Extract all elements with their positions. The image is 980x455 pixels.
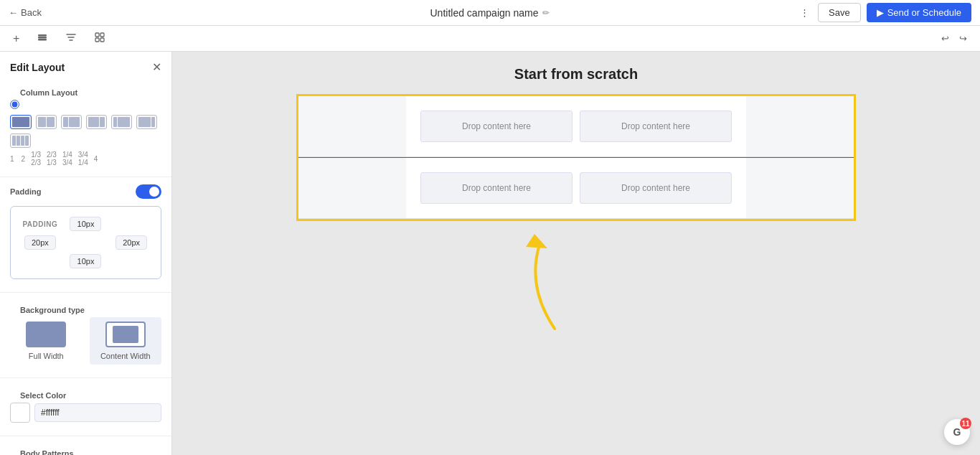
drop-zone-1-2[interactable]: Drop content here — [580, 111, 732, 142]
undo-redo-group: ↩ ↪ — [938, 30, 970, 47]
col-label-2-3: 2/31/3 — [47, 151, 57, 166]
notification-icon: G — [953, 426, 961, 438]
campaign-name: Untitled campaign name — [430, 7, 539, 19]
redo-button[interactable]: ↪ — [956, 30, 970, 47]
blocks-icon — [94, 32, 105, 45]
body-patterns-label: Body Patterns — [10, 444, 161, 455]
email-row-1: Drop content here Drop content here — [298, 96, 854, 157]
background-full-width-option[interactable]: Full Width — [10, 317, 83, 365]
back-arrow-icon: ← — [9, 7, 18, 18]
col-label-1: 1 — [10, 155, 14, 163]
col-label-3-4: 3/41/4 — [78, 151, 88, 166]
notification-badge[interactable]: G 11 — [944, 419, 970, 445]
row-1-left-side — [298, 96, 406, 156]
padding-box: PADDING 10px 20px 20px 10px — [10, 206, 161, 279]
more-options-button[interactable]: ⋮ — [797, 4, 812, 21]
header-left: ← Back — [9, 7, 42, 18]
col-label-1-4: 1/43/4 — [62, 151, 72, 166]
body-patterns-section: Body Patterns emailBuilder.selectAPatter… — [0, 441, 171, 455]
panel-title: Edit Layout — [10, 62, 65, 73]
row-1-right-side — [746, 96, 854, 156]
background-content-width-option[interactable]: Content Width — [90, 317, 162, 365]
column-option-2-3-1-3[interactable] — [86, 115, 107, 129]
svg-rect-3 — [95, 33, 99, 37]
drop-zone-1-2-label: Drop content here — [621, 121, 690, 131]
radio-row — [10, 100, 161, 109]
svg-rect-1 — [38, 37, 47, 39]
drop-zone-2-1[interactable]: Drop content here — [420, 172, 573, 204]
svg-rect-0 — [38, 34, 47, 37]
secondary-toolbar: + ↩ ↪ — [0, 26, 980, 52]
notification-count: 11 — [960, 418, 971, 429]
color-input-row: #ffffff — [10, 403, 161, 423]
edit-name-icon[interactable]: ✏ — [542, 8, 550, 18]
background-type-label: Background type — [10, 300, 161, 317]
padding-box-label: PADDING — [22, 220, 57, 228]
send-icon: ▶ — [877, 7, 884, 18]
back-button[interactable]: ← Back — [9, 7, 42, 18]
color-text-value[interactable]: #ffffff — [34, 403, 161, 422]
drop-zone-2-2-label: Drop content here — [621, 183, 690, 193]
drop-zone-2-2[interactable]: Drop content here — [580, 172, 732, 204]
svg-marker-7 — [526, 234, 547, 248]
full-width-swatch — [26, 322, 66, 347]
send-schedule-button[interactable]: ▶ Send or Schedule — [867, 3, 971, 22]
main-layout: Edit Layout ✕ Column Layout — [0, 52, 980, 455]
undo-button[interactable]: ↩ — [938, 30, 952, 47]
header-center: Untitled campaign name ✏ — [430, 7, 550, 19]
canvas-title: Start from scratch — [514, 66, 638, 83]
padding-left-value: 20px — [24, 235, 56, 250]
color-swatch[interactable] — [10, 403, 30, 423]
divider-4 — [0, 436, 171, 436]
svg-rect-2 — [38, 39, 47, 41]
row-2-right-side — [746, 158, 854, 218]
close-panel-button[interactable]: ✕ — [152, 60, 161, 74]
email-row-2: Drop content here Drop content here — [298, 157, 854, 219]
toggle-slider — [136, 184, 161, 199]
divider-3 — [0, 377, 171, 378]
padding-top-value: 10px — [70, 217, 101, 231]
filter-button[interactable] — [62, 29, 80, 48]
canvas-area: Start from scratch Drop content here Dro… — [172, 52, 980, 455]
arrow-annotation — [296, 221, 856, 350]
column-option-2[interactable] — [36, 115, 57, 129]
redo-icon: ↪ — [959, 33, 967, 44]
more-icon: ⋮ — [800, 7, 809, 18]
blocks-button[interactable] — [91, 29, 108, 48]
header: ← Back Untitled campaign name ✏ ⋮ Save ▶… — [0, 0, 980, 26]
arrow-svg — [483, 228, 626, 343]
column-option-1-3-2-3[interactable] — [61, 115, 82, 129]
save-button[interactable]: Save — [818, 3, 861, 22]
layers-button[interactable] — [34, 29, 51, 48]
undo-icon: ↩ — [941, 33, 949, 44]
column-layout-label: Column Layout — [10, 83, 161, 100]
color-section: Select Color #ffffff — [0, 383, 171, 431]
padding-section: Padding PADDING 10px 20px — [0, 182, 171, 288]
full-width-label: Full Width — [29, 352, 64, 360]
padding-label: Padding — [10, 187, 41, 196]
background-type-section: Background type Full Width Content Width — [0, 297, 171, 373]
background-type-options: Full Width Content Width — [10, 317, 161, 365]
padding-toggle[interactable] — [136, 184, 161, 199]
email-canvas: Drop content here Drop content here Drop… — [296, 94, 856, 221]
layers-icon — [37, 32, 48, 45]
drop-zone-2-1-label: Drop content here — [462, 183, 531, 193]
filter-icon — [65, 32, 77, 45]
column-option-4[interactable] — [10, 133, 31, 148]
svg-rect-5 — [95, 38, 99, 42]
column-radio-active[interactable] — [10, 100, 19, 109]
column-option-1-4-3-4[interactable] — [111, 115, 132, 129]
column-labels: 1 2 1/32/3 2/31/3 1/43/4 3/41/4 4 — [10, 151, 161, 166]
add-block-button[interactable]: + — [10, 29, 22, 48]
row-2-left-side — [298, 158, 406, 218]
send-label: Send or Schedule — [887, 7, 961, 18]
email-row-1-inner: Drop content here Drop content here — [406, 96, 746, 156]
column-option-3-4-1-4[interactable] — [136, 115, 157, 129]
divider-1 — [0, 177, 171, 177]
padding-toggle-row: Padding — [10, 184, 161, 199]
col-label-4: 4 — [94, 155, 98, 163]
back-label: Back — [21, 7, 42, 18]
drop-zone-1-1[interactable]: Drop content here — [420, 111, 573, 142]
left-panel: Edit Layout ✕ Column Layout — [0, 52, 172, 455]
column-option-1[interactable] — [10, 115, 32, 129]
